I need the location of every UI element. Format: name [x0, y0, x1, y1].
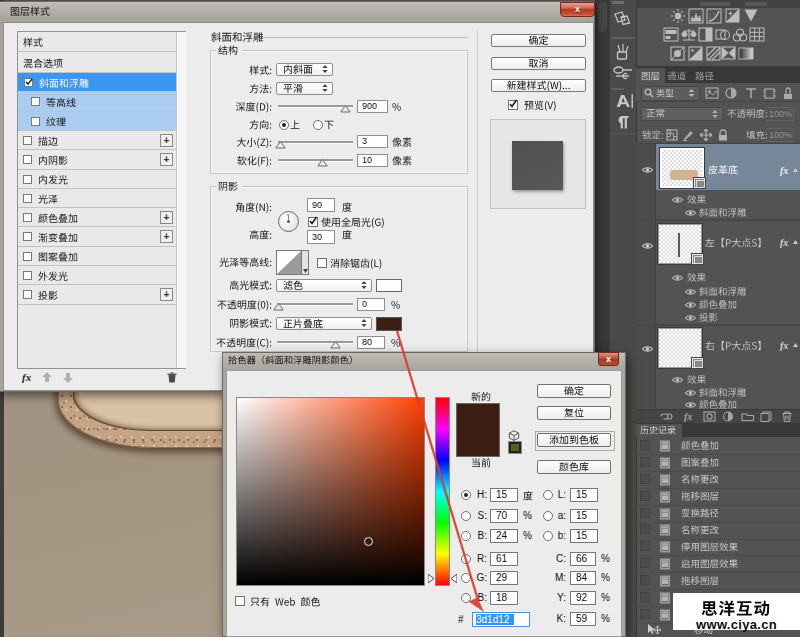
svg-text:fx: fx — [684, 411, 692, 422]
